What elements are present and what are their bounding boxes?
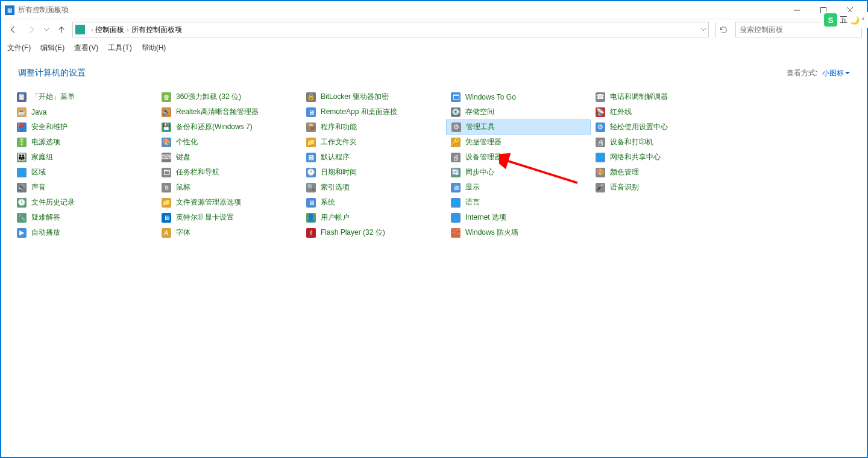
cp-item-icon: 🚩: [17, 122, 27, 132]
cp-item[interactable]: 📋「开始」菜单: [12, 89, 157, 104]
cp-item[interactable]: 🎨颜色管理: [591, 165, 735, 180]
cp-item[interactable]: 🕐日期和时间: [301, 165, 446, 180]
cp-item[interactable]: ☕Java: [12, 104, 157, 119]
view-mode-dropdown[interactable]: 小图标: [822, 68, 850, 78]
cp-item[interactable]: 🔒BitLocker 驱动器加密: [301, 89, 446, 104]
cp-item-icon: 🖨: [596, 138, 605, 147]
cp-item[interactable]: 🖨设备和打印机: [591, 135, 735, 150]
cp-item[interactable]: 🖨设备管理器: [446, 150, 591, 165]
cp-item[interactable]: 🖥系统: [301, 195, 446, 210]
recent-dropdown[interactable]: [42, 22, 51, 37]
cp-item[interactable]: 🖥RemoteApp 和桌面连接: [301, 104, 446, 119]
cp-item[interactable]: 🖥英特尔® 显卡设置: [157, 210, 301, 225]
cp-item[interactable]: 📦程序和功能: [301, 119, 446, 135]
menu-edit[interactable]: 编辑(E): [40, 43, 64, 53]
chevron-right-icon: ›: [91, 27, 93, 33]
breadcrumb-dropdown[interactable]: [701, 27, 706, 32]
cp-item[interactable]: ▦默认程序: [301, 150, 446, 165]
cp-item[interactable]: ⚙管理工具: [446, 119, 591, 135]
cp-item-icon: 📋: [17, 92, 27, 102]
cp-item[interactable]: 🔊声音: [12, 180, 157, 195]
cp-item[interactable]: 👪家庭组: [12, 150, 157, 165]
nav-back-button[interactable]: [6, 22, 20, 37]
cp-item[interactable]: ⌨键盘: [157, 150, 301, 165]
ime-mode-label: 五: [840, 14, 848, 25]
cp-item[interactable]: fFlash Player (32 位): [301, 225, 446, 240]
title-icon: ▦: [5, 5, 14, 15]
cp-item[interactable]: 🌐Internet 选项: [446, 210, 591, 225]
cp-item[interactable]: 🔊Realtek高清晰音频管理器: [157, 104, 301, 119]
cp-item-icon: 👪: [17, 153, 27, 162]
cp-item-label: 文件历史记录: [31, 197, 75, 208]
cp-item-icon: 🖥: [306, 107, 316, 117]
menu-tools[interactable]: 工具(T): [108, 43, 131, 53]
cp-item-label: 声音: [31, 182, 46, 192]
cp-item-icon: 🔄: [451, 168, 461, 177]
cp-item[interactable]: 🕓文件历史记录: [12, 195, 157, 210]
cp-item-icon: 📁: [306, 138, 316, 147]
cp-item[interactable]: 📁文件资源管理器选项: [157, 195, 301, 210]
page-title: 调整计算机的设置: [18, 68, 86, 78]
cp-item-label: Realtek高清晰音频管理器: [176, 107, 259, 117]
cp-item[interactable]: ⚙轻松使用设置中心: [591, 119, 735, 135]
cp-item[interactable]: 🔋电源选项: [12, 135, 157, 150]
cp-item[interactable]: 🌐网络和共享中心: [591, 150, 735, 165]
cp-item-label: Windows To Go: [465, 93, 516, 101]
content-header: 调整计算机的设置 查看方式: 小图标: [1, 56, 867, 83]
menu-view[interactable]: 查看(V): [74, 43, 98, 53]
cp-item[interactable]: 💾备份和还原(Windows 7): [157, 119, 301, 135]
cp-item-label: 任务栏和导航: [176, 167, 219, 177]
cp-item[interactable]: 👤用户帐户: [301, 210, 446, 225]
nav-forward-button[interactable]: [24, 22, 39, 37]
minimize-button[interactable]: [784, 2, 810, 19]
cp-item-icon: 🗔: [162, 168, 171, 177]
cp-item[interactable]: 🌐区域: [12, 165, 157, 180]
cp-item-icon: ⌨: [162, 153, 171, 162]
cp-item-icon: 🕐: [306, 168, 316, 177]
cp-item-label: 区域: [31, 167, 46, 177]
cp-item[interactable]: 🔧疑难解答: [12, 210, 157, 225]
cp-item-icon: 🔒: [306, 92, 316, 102]
cp-item[interactable]: 🧱Windows 防火墙: [446, 225, 591, 240]
cp-item-label: Windows 防火墙: [465, 227, 518, 238]
punct-icon: °: [862, 17, 864, 24]
cp-item-label: 用户帐户: [321, 212, 350, 223]
cp-item[interactable]: 🗔Windows To Go: [446, 89, 591, 104]
cp-item-icon: 🌐: [451, 198, 461, 208]
cp-item[interactable]: 🔑凭据管理器: [446, 135, 591, 150]
cp-item-label: 索引选项: [321, 182, 350, 192]
control-panel-icon: [75, 25, 85, 34]
cp-item[interactable]: ☎电话和调制解调器: [591, 89, 735, 104]
nav-up-button[interactable]: [54, 22, 69, 37]
breadcrumb[interactable]: › 控制面板 › 所有控制面板项: [72, 22, 709, 37]
cp-item[interactable]: ▶自动播放: [12, 225, 157, 240]
cp-item[interactable]: 🔄同步中心: [446, 165, 591, 180]
cp-item-label: 备份和还原(Windows 7): [176, 122, 253, 132]
cp-item[interactable]: 🖥显示: [446, 180, 591, 195]
cp-item-label: Flash Player (32 位): [321, 227, 385, 238]
cp-item-label: 设备管理器: [465, 152, 502, 162]
cp-item[interactable]: 📁工作文件夹: [301, 135, 446, 150]
cp-item[interactable]: 💽存储空间: [446, 104, 591, 119]
cp-item[interactable]: 🚩安全和维护: [12, 119, 157, 135]
cp-item-label: 语音识别: [610, 182, 639, 192]
window-title: 所有控制面板项: [18, 5, 784, 15]
refresh-button[interactable]: [715, 22, 732, 37]
ime-indicator[interactable]: S 五 🌙 °: [820, 12, 868, 28]
breadcrumb-current[interactable]: 所有控制面板项: [131, 25, 182, 35]
cp-item[interactable]: 🎤语音识别: [591, 180, 735, 195]
menu-file[interactable]: 文件(F): [7, 43, 31, 53]
cp-item[interactable]: 🌐语言: [446, 195, 591, 210]
cp-item[interactable]: 🎨个性化: [157, 135, 301, 150]
cp-item-label: RemoteApp 和桌面连接: [321, 107, 397, 117]
breadcrumb-parent[interactable]: 控制面板: [95, 25, 124, 35]
cp-item[interactable]: 🔍索引选项: [301, 180, 446, 195]
cp-item[interactable]: 📡红外线: [591, 104, 735, 119]
cp-item[interactable]: 🗑360强力卸载 (32 位): [157, 89, 301, 104]
menu-help[interactable]: 帮助(H): [142, 43, 166, 53]
cp-item[interactable]: A字体: [157, 225, 301, 240]
cp-item-icon: 🗔: [451, 92, 461, 102]
cp-item-icon: 🔍: [306, 183, 316, 192]
cp-item[interactable]: 🖱鼠标: [157, 180, 301, 195]
cp-item[interactable]: 🗔任务栏和导航: [157, 165, 301, 180]
